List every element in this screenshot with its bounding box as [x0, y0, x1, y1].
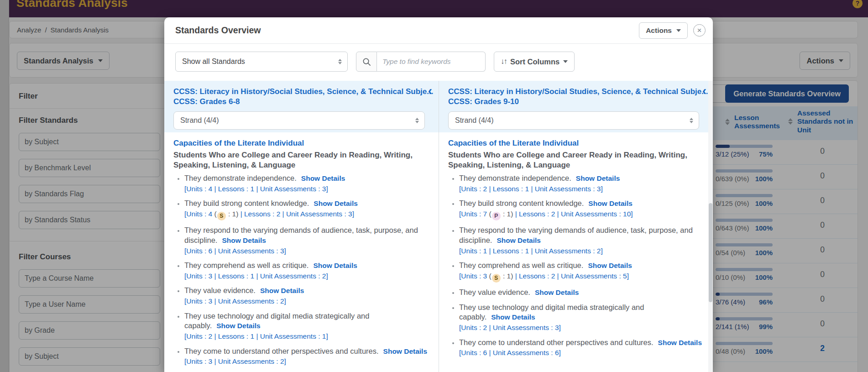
stat-link-lessons[interactable]: Lessons : 1 — [218, 272, 254, 280]
stat-link-unit-assessments[interactable]: Unit Assessments : 10 — [561, 210, 631, 218]
show-details-link[interactable]: Show Details — [222, 236, 266, 244]
show-details-link[interactable]: Show Details — [588, 199, 632, 207]
standard-text: They demonstrate independence. — [459, 174, 571, 182]
column-title-line2[interactable]: CCSS: Grades 9-10 — [448, 97, 695, 107]
stat-link-units[interactable]: Units : 2 — [186, 332, 212, 340]
chevron-left-icon[interactable]: ‹ — [702, 84, 706, 97]
search-icon[interactable] — [356, 52, 377, 72]
stat-link-lessons[interactable]: Lessons : 2 — [519, 210, 555, 218]
strand-select[interactable]: Strand (4/4) — [448, 111, 699, 130]
strand-select[interactable]: Strand (4/4) — [173, 111, 425, 130]
stat-link-units[interactable]: Units : 3 — [186, 297, 212, 305]
stat-link-unit-assessments[interactable]: Unit Assessments : 3 — [493, 324, 559, 331]
modal-header: Standards Overview Actions × — [164, 17, 713, 44]
stats-separator: | — [513, 210, 519, 218]
show-details-link[interactable]: Show Details — [491, 313, 535, 321]
column-title-line1[interactable]: CCSS: Literacy in History/Social Studies… — [173, 87, 420, 97]
stat-link-lessons[interactable]: Lessons : 1 — [218, 332, 254, 340]
stat-link-units[interactable]: Units : 4 — [186, 185, 212, 193]
standard-text: They come to understand other perspectiv… — [459, 338, 654, 346]
modal-scrollbar[interactable] — [708, 81, 713, 372]
standards-columns: CCSS: Literacy in History/Social Studies… — [164, 81, 713, 372]
stat-link-unit-assessments[interactable]: Unit Assessments : 3 — [260, 185, 326, 193]
stat-link-units[interactable]: Units : 6 — [461, 349, 487, 356]
stats-separator: | — [513, 272, 519, 280]
standard-stats: [Units : 6 | Unit Assessments : 6] — [459, 348, 705, 357]
stat-link-units[interactable]: Units : 3 — [186, 357, 212, 365]
close-icon[interactable]: × — [693, 24, 706, 37]
standard-stats: [Units : 2 | Lessons : 1 | Unit Assessme… — [184, 332, 430, 341]
stat-link-units[interactable]: Units : 4 — [186, 210, 212, 218]
standards-filter-value: Show all Standards — [182, 58, 245, 66]
standard-item: They use technology and digital media st… — [459, 303, 705, 333]
show-details-link[interactable]: Show Details — [314, 199, 357, 207]
stat-link-unit-assessments[interactable]: Unit Assessments : 3 — [218, 247, 284, 255]
stats-bracket: ] — [352, 210, 354, 218]
show-details-link[interactable]: Show Details — [216, 322, 260, 330]
stat-link-lessons[interactable]: Lessons : 1 — [493, 185, 529, 193]
show-details-link[interactable]: Show Details — [535, 288, 579, 296]
stats-separator: | — [212, 185, 218, 193]
show-details-link[interactable]: Show Details — [576, 174, 620, 182]
show-details-link[interactable]: Show Details — [497, 236, 540, 244]
chevron-left-icon[interactable]: ‹ — [428, 84, 432, 97]
stat-link-units[interactable]: Units : 1 — [461, 247, 487, 255]
stats-bracket: ] — [627, 272, 629, 280]
stats-separator: | — [529, 247, 535, 255]
stat-link-unit-assessments[interactable]: Unit Assessments : 2 — [218, 297, 284, 305]
flag-badge-s: S — [492, 274, 501, 283]
show-details-link[interactable]: Show Details — [658, 339, 702, 346]
modal-actions-button[interactable]: Actions — [639, 22, 688, 39]
stat-link-units[interactable]: Units : 7 — [461, 210, 487, 218]
stat-link-units[interactable]: Units : 2 — [461, 185, 487, 193]
column-title-line1[interactable]: CCSS: Literacy in History/Social Studies… — [448, 87, 695, 97]
show-details-link[interactable]: Show Details — [588, 262, 632, 269]
stats-separator: | — [254, 272, 260, 280]
strand-select-value: Strand (4/4) — [180, 116, 219, 125]
search-input[interactable] — [377, 52, 486, 72]
stat-link-lessons[interactable]: Lessons : 2 — [244, 210, 280, 218]
stat-link-units[interactable]: Units : 3 — [461, 272, 487, 280]
stats-separator: | — [487, 324, 493, 331]
standards-list: They demonstrate independence.Show Detai… — [173, 173, 430, 367]
column-title-line2[interactable]: CCSS: Grades 6-8 — [173, 97, 420, 107]
stat-link-unit-assessments[interactable]: Unit Assessments : 2 — [218, 357, 284, 365]
standard-item: They comprehend as well as critique.Show… — [459, 261, 705, 283]
standards-overview-modal: Standards Overview Actions × Show all St… — [164, 17, 713, 372]
standard-item: They respond to the varying demands of a… — [459, 225, 705, 256]
show-details-link[interactable]: Show Details — [383, 347, 427, 355]
stat-link-lessons[interactable]: Lessons : 1 — [218, 185, 254, 193]
stat-link-unit-assessments[interactable]: Unit Assessments : 5 — [561, 272, 627, 280]
scrollbar-thumb[interactable] — [709, 203, 712, 302]
stat-link-units[interactable]: Units : 6 — [186, 247, 212, 255]
modal-actions-label: Actions — [646, 26, 672, 35]
standard-item: They come to understand other perspectiv… — [459, 338, 705, 358]
sort-columns-button[interactable]: ↓↑ Sort Columns — [494, 52, 575, 72]
stats-separator: | — [238, 210, 244, 218]
standard-text: They comprehend as well as critique. — [184, 261, 309, 269]
show-details-link[interactable]: Show Details — [313, 262, 357, 269]
stats-separator: | — [280, 210, 286, 218]
stat-link-unit-assessments[interactable]: Unit Assessments : 3 — [286, 210, 352, 218]
stats-bracket: ] — [284, 357, 286, 365]
standard-text: They use technology and digital media st… — [459, 303, 644, 321]
stat-link-units[interactable]: Units : 3 — [186, 272, 212, 280]
stat-link-unit-assessments[interactable]: Unit Assessments : 1 — [260, 332, 326, 340]
updown-icon — [338, 59, 342, 64]
stats-bracket: ] — [559, 324, 561, 331]
stat-link-unit-assessments[interactable]: Unit Assessments : 6 — [493, 349, 559, 356]
stat-link-lessons[interactable]: Lessons : 1 — [493, 247, 529, 255]
stat-link-units[interactable]: Units : 2 — [461, 324, 487, 331]
stat-link-lessons[interactable]: Lessons : 2 — [519, 272, 555, 280]
standards-filter-select[interactable]: Show all Standards — [175, 52, 348, 72]
show-details-link[interactable]: Show Details — [301, 174, 345, 182]
show-details-link[interactable]: Show Details — [260, 287, 304, 294]
stat-link-unit-assessments[interactable]: Unit Assessments : 2 — [535, 247, 601, 255]
stats-bracket: ] — [326, 332, 328, 340]
standard-text: They build strong content knowledge. — [459, 199, 584, 207]
strand-section-title[interactable]: Capacities of the Literate Individual — [173, 139, 430, 148]
strand-section-title[interactable]: Capacities of the Literate Individual — [448, 139, 705, 148]
stats-separator: | — [254, 185, 260, 193]
stat-link-unit-assessments[interactable]: Unit Assessments : 3 — [535, 185, 601, 193]
stat-link-unit-assessments[interactable]: Unit Assessments : 2 — [260, 272, 326, 280]
